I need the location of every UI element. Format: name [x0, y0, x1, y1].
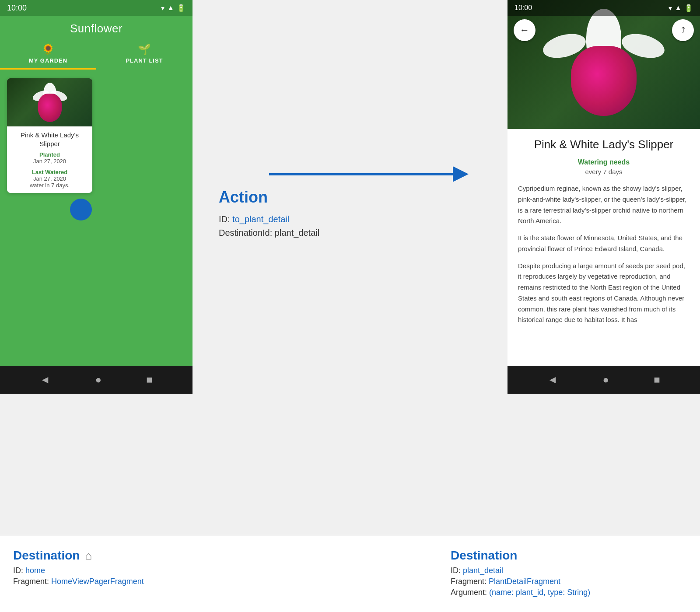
tap-indicator-dot	[70, 199, 92, 220]
back-icon: ←	[520, 24, 529, 36]
right-battery-icon: 🔋	[684, 4, 693, 12]
bottom-right-destination: Destination ID: plant_detail Fragment: P…	[438, 544, 700, 603]
action-dest-value: plant_detail	[275, 228, 319, 238]
left-nav-bar: ◄ ● ■	[0, 366, 192, 394]
action-info: Action ID: to_plant_detail DestinationId…	[206, 188, 319, 238]
back-button[interactable]: ←	[514, 19, 536, 41]
my-garden-icon: 🌻	[42, 43, 55, 56]
right-signal-icon: ▲	[675, 4, 682, 12]
detail-plant-name: Pink & White Lady's Slipper	[518, 138, 690, 151]
plant-card-name: Pink & White Lady's Slipper	[12, 131, 87, 148]
description-para-2: It is the state flower of Minnesota, Uni…	[518, 233, 690, 255]
right-content: Pink & White Lady's Slipper Watering nee…	[508, 129, 700, 366]
right-phone: 10:00 ▾ ▲ 🔋 ← ⤴	[508, 0, 700, 394]
share-button[interactable]: ⤴	[672, 19, 694, 41]
planted-label: Planted	[12, 151, 87, 158]
plant-card-info: Pink & White Lady's Slipper Planted Jan …	[7, 126, 92, 193]
right-dest-id-key: ID:	[451, 566, 463, 575]
description-para-3: Despite producing a large amount of seed…	[518, 261, 690, 326]
plant-card[interactable]: Pink & White Lady's Slipper Planted Jan …	[7, 78, 92, 193]
right-wifi-icon: ▾	[668, 4, 672, 12]
left-status-bar: 10:00 ▾ ▲ 🔋	[0, 0, 192, 16]
right-home-button[interactable]: ●	[602, 374, 609, 386]
tabs-container: 🌻 MY GARDEN 🌱 PLANT LIST	[0, 40, 192, 70]
my-garden-label: MY GARDEN	[29, 57, 67, 64]
right-dest-fragment-val: PlantDetailFragment	[489, 577, 560, 586]
app-title: Sunflower	[0, 22, 192, 35]
description-para-1: Cypripedium reginae, known as the showy …	[518, 183, 690, 227]
watering-needs-label: Watering needs	[518, 158, 690, 166]
action-dest-row: DestinationId: plant_detail	[219, 228, 319, 238]
plant-list-icon: 🌱	[138, 43, 151, 56]
right-dest-argument-val: (name: plant_id, type: String)	[489, 588, 590, 597]
right-status-bar: 10:00 ▾ ▲ 🔋	[508, 0, 700, 16]
action-id-key: ID:	[219, 214, 232, 224]
left-time: 10:00	[7, 3, 27, 13]
action-title: Action	[219, 188, 319, 206]
left-recents-button[interactable]: ■	[146, 374, 153, 386]
right-time: 10:00	[514, 4, 532, 12]
home-icon: ⌂	[85, 549, 92, 563]
plant-detail-image: 10:00 ▾ ▲ 🔋 ← ⤴	[508, 0, 700, 129]
navigation-arrow	[269, 166, 508, 182]
left-back-button[interactable]: ◄	[40, 374, 50, 386]
left-phone: 10:00 ▾ ▲ 🔋 Sunflower 🌻 MY GARDEN 🌱 PLAN…	[0, 0, 192, 394]
left-dest-id-row: ID: home	[13, 566, 249, 575]
right-dest-fragment-key: Fragment:	[451, 577, 489, 586]
flower-center	[32, 83, 67, 122]
right-status-icons: ▾ ▲ 🔋	[668, 4, 693, 12]
left-home-button[interactable]: ●	[95, 374, 102, 386]
flower-pouch	[38, 94, 62, 122]
last-watered-label: Last Watered	[12, 169, 87, 175]
right-destination-title: Destination	[451, 549, 687, 563]
left-dest-fragment-key: Fragment:	[13, 577, 51, 586]
left-destination-title: Destination ⌂	[13, 549, 249, 563]
wifi-icon: ▾	[161, 4, 164, 12]
right-nav-bar: ◄ ● ■	[508, 366, 700, 394]
action-dest-key: DestinationId:	[219, 228, 275, 238]
detail-flower-bg	[508, 0, 700, 129]
left-dest-fragment-val: HomeViewPagerFragment	[51, 577, 144, 586]
left-content: Pink & White Lady's Slipper Planted Jan …	[0, 70, 192, 366]
battery-icon: 🔋	[177, 4, 186, 12]
left-dest-id-key: ID:	[13, 566, 25, 575]
right-dest-argument-key: Argument:	[451, 588, 489, 597]
watering-needs-value: every 7 days	[518, 168, 690, 175]
tab-plant-list[interactable]: 🌱 PLANT LIST	[96, 40, 192, 70]
arrow-head	[453, 166, 469, 182]
left-dest-fragment-row: Fragment: HomeViewPagerFragment	[13, 577, 249, 586]
water-days: water in 7 days.	[12, 182, 87, 189]
bottom-left-destination: Destination ⌂ ID: home Fragment: HomeVie…	[0, 544, 262, 603]
plant-list-label: PLANT LIST	[126, 57, 163, 64]
flower-bg	[7, 78, 92, 126]
left-dest-id-val: home	[25, 566, 45, 575]
plant-card-image	[7, 78, 92, 126]
right-dest-fragment-row: Fragment: PlantDetailFragment	[451, 577, 687, 586]
action-id-value: to_plant_detail	[232, 214, 289, 224]
signal-icon: ▲	[167, 4, 174, 12]
left-status-icons: ▾ ▲ 🔋	[161, 4, 186, 12]
action-id-row: ID: to_plant_detail	[219, 214, 319, 224]
right-recents-button[interactable]: ■	[654, 374, 660, 386]
middle-area: Action ID: to_plant_detail DestinationId…	[192, 0, 508, 535]
last-watered-date: Jan 27, 2020	[12, 175, 87, 182]
left-destination-label: Destination	[13, 549, 80, 563]
right-back-button[interactable]: ◄	[547, 374, 558, 386]
detail-pouch	[571, 46, 637, 116]
right-dest-argument-row: Argument: (name: plant_id, type: String)	[451, 588, 687, 597]
planted-date: Jan 27, 2020	[12, 158, 87, 164]
plant-description: Cypripedium reginae, known as the showy …	[518, 183, 690, 325]
share-icon: ⤴	[681, 25, 685, 35]
arrow-line	[269, 173, 453, 175]
right-dest-id-row: ID: plant_detail	[451, 566, 687, 575]
app-header: Sunflower	[0, 16, 192, 35]
right-dest-id-val: plant_detail	[463, 566, 503, 575]
bottom-panels: Destination ⌂ ID: home Fragment: HomeVie…	[0, 535, 700, 612]
tab-my-garden[interactable]: 🌻 MY GARDEN	[0, 40, 96, 70]
right-destination-label: Destination	[451, 549, 517, 563]
bottom-middle-spacer	[262, 544, 438, 603]
